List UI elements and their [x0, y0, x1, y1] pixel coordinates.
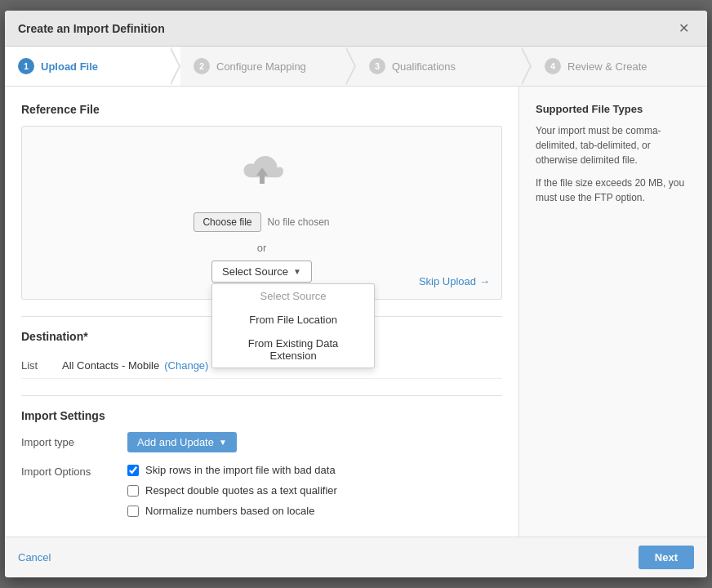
- cancel-button[interactable]: Cancel: [18, 548, 51, 567]
- skip-upload-link[interactable]: Skip Upload →: [419, 275, 490, 287]
- change-link[interactable]: (Change): [164, 359, 208, 372]
- step-3-number: 3: [369, 58, 385, 74]
- list-label: List: [21, 359, 62, 372]
- import-option-3-checkbox[interactable]: [127, 506, 139, 517]
- import-option-1-checkbox[interactable]: [127, 465, 139, 476]
- select-source-wrapper: Select Source ▼ Select Source From File …: [211, 261, 312, 283]
- import-option-2-label: Respect double quotes as a text qualifie…: [145, 484, 337, 497]
- step-configure-mapping[interactable]: 2 Configure Mapping: [180, 47, 356, 86]
- sidebar-text-1: Your import must be comma-delimited, tab…: [536, 123, 691, 167]
- import-option-1-label: Skip rows in the import file with bad da…: [145, 464, 336, 476]
- import-options-row: Import Options Skip rows in the import f…: [21, 464, 502, 517]
- arrow-right-icon: →: [479, 275, 490, 287]
- next-button[interactable]: Next: [639, 546, 694, 569]
- import-option-2[interactable]: Respect double quotes as a text qualifie…: [127, 484, 337, 497]
- reference-file-box: Choose file No file chosen or Select Sou…: [21, 126, 502, 300]
- sidebar: Supported File Types Your import must be…: [519, 87, 707, 537]
- steps-bar: 1 Upload File 2 Configure Mapping 3 Qual…: [5, 47, 707, 87]
- sidebar-text-2: If the file size exceeds 20 MB, you must…: [536, 176, 691, 205]
- import-settings-title: Import Settings: [21, 409, 502, 422]
- choose-file-button[interactable]: Choose file: [194, 212, 260, 232]
- modal-dialog: Create an Import Definition ✕ 1 Upload F…: [5, 11, 707, 577]
- or-text: or: [38, 242, 485, 254]
- select-source-dropdown: Select Source From File Location From Ex…: [211, 283, 375, 368]
- no-file-text: No file chosen: [268, 216, 330, 228]
- step-upload-file[interactable]: 1 Upload File: [5, 47, 180, 86]
- import-type-caret-icon: ▼: [219, 438, 227, 447]
- import-option-1[interactable]: Skip rows in the import file with bad da…: [127, 464, 337, 476]
- dropdown-item-data-extension[interactable]: From Existing Data Extension: [212, 332, 374, 368]
- step-review-create[interactable]: 4 Review & Create: [532, 47, 707, 86]
- close-button[interactable]: ✕: [674, 19, 694, 38]
- sidebar-title: Supported File Types: [536, 103, 691, 115]
- step-4-label: Review & Create: [567, 60, 647, 73]
- step-2-number: 2: [194, 58, 210, 74]
- skip-upload-label: Skip Upload: [419, 275, 476, 287]
- step-3-label: Qualifications: [392, 60, 456, 73]
- upload-cloud-icon: [38, 151, 485, 199]
- file-choose-row: Choose file No file chosen: [38, 212, 485, 232]
- step-4-number: 4: [545, 58, 561, 74]
- modal-footer: Cancel Next: [5, 537, 707, 577]
- import-type-row: Import type Add and Update ▼: [21, 432, 502, 452]
- modal-header: Create an Import Definition ✕: [5, 11, 707, 47]
- step-1-label: Upload File: [41, 60, 98, 73]
- import-settings-section: Import Settings Import type Add and Upda…: [21, 409, 502, 517]
- reference-file-title: Reference File: [21, 103, 502, 116]
- dropdown-item-select-source[interactable]: Select Source: [212, 284, 374, 308]
- step-2-label: Configure Mapping: [216, 60, 306, 73]
- select-source-button[interactable]: Select Source ▼: [211, 261, 312, 283]
- import-options-checks: Skip rows in the import file with bad da…: [127, 464, 337, 517]
- dropdown-caret-icon: ▼: [293, 267, 301, 276]
- import-option-3[interactable]: Normalize numbers based on locale: [127, 505, 337, 517]
- list-value: All Contacts - Mobile: [62, 359, 159, 372]
- import-type-value: Add and Update: [137, 436, 214, 448]
- dropdown-item-file-location[interactable]: From File Location: [212, 308, 374, 332]
- step-1-number: 1: [18, 58, 34, 74]
- import-option-2-checkbox[interactable]: [127, 485, 139, 497]
- import-option-3-label: Normalize numbers based on locale: [145, 505, 314, 517]
- main-content: Reference File Choose file No file chose…: [5, 87, 519, 537]
- modal-title: Create an Import Definition: [18, 22, 165, 35]
- step-qualifications[interactable]: 3 Qualifications: [356, 47, 532, 86]
- import-settings-separator: [21, 395, 502, 396]
- select-source-label: Select Source: [222, 265, 288, 278]
- import-type-label: Import type: [21, 436, 127, 448]
- modal-body: Reference File Choose file No file chose…: [5, 87, 707, 537]
- import-type-button[interactable]: Add and Update ▼: [127, 432, 237, 452]
- import-options-label: Import Options: [21, 464, 127, 478]
